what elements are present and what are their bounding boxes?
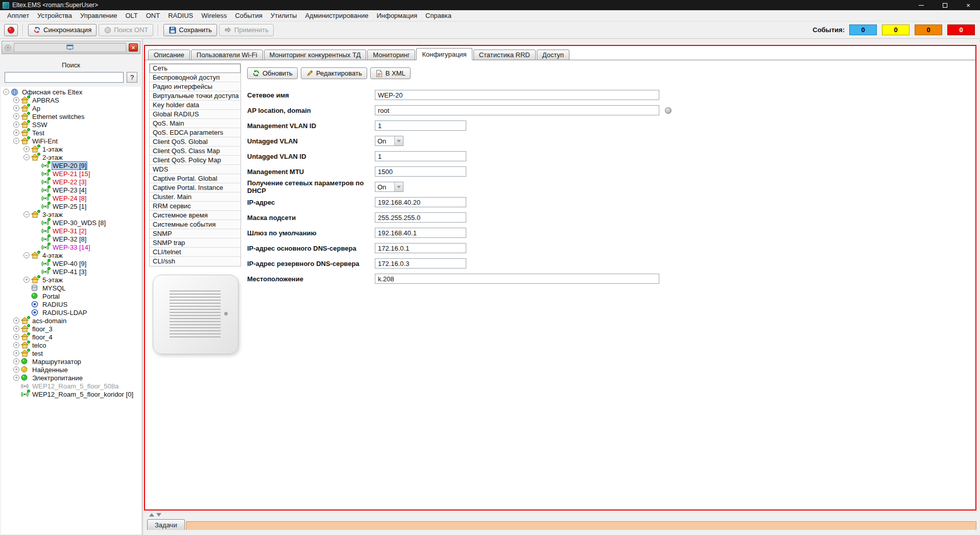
- text-field[interactable]: 172.16.0.3: [375, 258, 466, 269]
- text-field[interactable]: 1: [375, 151, 466, 161]
- tree-node[interactable]: WEP-33 [14]: [1, 243, 141, 251]
- config-section-item[interactable]: QoS. EDCA parameters: [150, 128, 241, 137]
- text-field[interactable]: 1: [375, 120, 466, 131]
- tree-expand-icon[interactable]: +: [13, 375, 19, 381]
- tab-6[interactable]: Доступ: [537, 50, 569, 60]
- menu-item-3[interactable]: OLT: [121, 11, 141, 20]
- tree-expand-icon[interactable]: +: [13, 97, 19, 103]
- menu-item-7[interactable]: События: [231, 11, 267, 20]
- config-section-item[interactable]: Радио интерфейсы: [150, 82, 241, 91]
- toolbar-apply-button[interactable]: Применить: [219, 24, 274, 36]
- menu-item-10[interactable]: Информация: [372, 11, 421, 20]
- text-field[interactable]: root: [375, 105, 659, 115]
- text-field[interactable]: 192.168.40.20: [375, 197, 466, 207]
- config-section-item[interactable]: Captive Portal. Instance: [150, 183, 241, 192]
- config-section-item[interactable]: CLI/telnet: [150, 248, 241, 257]
- panel-knob-icon[interactable]: [4, 44, 11, 51]
- tree-node[interactable]: WEP12_Roam_5_floor_508a: [1, 382, 141, 390]
- tab-2[interactable]: Мониторинг конкурентных ТД: [264, 50, 367, 60]
- tree-node[interactable]: WEP-30_WDS [8]: [1, 218, 141, 227]
- tree-node[interactable]: −4-этаж: [1, 251, 141, 259]
- text-field[interactable]: 255.255.255.0: [375, 212, 466, 223]
- toolbar-sync-button[interactable]: Синхронизация: [28, 24, 97, 36]
- tree-collapse-icon[interactable]: −: [23, 252, 30, 258]
- config-section-item[interactable]: Системные события: [150, 220, 241, 229]
- menu-item-0[interactable]: Апплет: [3, 11, 33, 20]
- action-refresh-button[interactable]: Обновить: [247, 67, 298, 79]
- tree-node[interactable]: +floor_4: [1, 333, 141, 341]
- menu-item-2[interactable]: Управление: [76, 11, 121, 20]
- config-section-item[interactable]: Global RADIUS: [150, 110, 241, 119]
- event-counter-info[interactable]: 0: [849, 25, 877, 35]
- tree-node[interactable]: −3-этаж: [1, 210, 141, 218]
- tab-4[interactable]: Конфигурация: [416, 48, 472, 60]
- tab-0[interactable]: Описание: [148, 50, 190, 60]
- action-edit-button[interactable]: Редактировать: [301, 67, 367, 79]
- tree-node[interactable]: WEP-25 [1]: [1, 202, 141, 210]
- config-section-item[interactable]: Client QoS. Global: [150, 137, 241, 147]
- text-field[interactable]: 1500: [375, 166, 466, 177]
- tree-node[interactable]: WEP-40 [9]: [1, 259, 141, 268]
- event-counter-warning[interactable]: 0: [882, 25, 910, 35]
- event-counter-major[interactable]: 0: [915, 25, 942, 35]
- tree-expand-icon[interactable]: +: [13, 105, 19, 111]
- splitter-up-icon[interactable]: [149, 513, 154, 517]
- search-input[interactable]: [5, 72, 124, 83]
- splitter[interactable]: [144, 512, 976, 518]
- monitor-icon[interactable]: [66, 44, 74, 51]
- tree-expand-icon[interactable]: +: [13, 334, 19, 340]
- config-section-item[interactable]: Client QoS. Policy Map: [150, 156, 241, 165]
- tree-expand-icon[interactable]: +: [13, 367, 19, 373]
- tree-node[interactable]: +APBRAS: [1, 96, 141, 104]
- tree-node[interactable]: +Ap: [1, 104, 141, 112]
- tree-node[interactable]: WEP-22 [3]: [1, 178, 141, 186]
- config-section-item[interactable]: Cluster. Main: [150, 192, 241, 202]
- maximize-button[interactable]: [933, 0, 957, 10]
- chevron-down-icon[interactable]: [394, 136, 403, 145]
- menu-item-11[interactable]: Справка: [421, 11, 456, 20]
- tree-collapse-icon[interactable]: −: [23, 154, 30, 160]
- tree-collapse-icon[interactable]: −: [3, 89, 9, 95]
- tree-expand-icon[interactable]: +: [13, 318, 19, 324]
- menu-item-9[interactable]: Администрирование: [301, 11, 372, 20]
- tree-expand-icon[interactable]: +: [23, 146, 30, 152]
- minimize-button[interactable]: [910, 0, 933, 10]
- text-field[interactable]: WEP-20: [375, 90, 659, 100]
- tree-node[interactable]: +SSW: [1, 120, 141, 129]
- tree-node[interactable]: −2-этаж: [1, 153, 141, 161]
- menu-item-6[interactable]: Wireless: [197, 11, 231, 20]
- tree-expand-icon[interactable]: +: [13, 342, 19, 348]
- tab-3[interactable]: Мониторинг: [367, 50, 415, 60]
- config-section-item[interactable]: Сеть: [150, 64, 241, 73]
- menu-item-1[interactable]: Устройства: [33, 11, 76, 20]
- config-section-item[interactable]: WDS: [150, 165, 241, 174]
- close-button[interactable]: ×: [957, 0, 980, 10]
- config-section-item[interactable]: Captive Portal. Global: [150, 174, 241, 183]
- tree-node[interactable]: WEP-31 [2]: [1, 227, 141, 235]
- tree-expand-icon[interactable]: +: [23, 277, 30, 283]
- tab-tasks[interactable]: Задачи: [147, 519, 185, 530]
- tree-node[interactable]: +Test: [1, 129, 141, 137]
- tree-node[interactable]: +Найденные: [1, 366, 141, 374]
- config-section-item[interactable]: Системное время: [150, 211, 241, 220]
- splitter-down-icon[interactable]: [156, 513, 161, 517]
- select-field[interactable]: On: [375, 182, 403, 192]
- tree-expand-icon[interactable]: +: [13, 130, 19, 136]
- help-button[interactable]: ?: [127, 72, 137, 83]
- tree-node[interactable]: WEP-32 [8]: [1, 235, 141, 243]
- toolbar-alarm-button[interactable]: [4, 24, 18, 36]
- text-field[interactable]: k.208: [375, 274, 659, 284]
- tree-node[interactable]: +Электропитание: [1, 374, 141, 382]
- tree-node[interactable]: WEP-20 [9]: [1, 161, 141, 169]
- config-section-item[interactable]: Client QoS. Class Map: [150, 147, 241, 156]
- tree-expand-icon[interactable]: +: [13, 113, 19, 119]
- menu-item-4[interactable]: ONT: [142, 11, 164, 20]
- config-section-item[interactable]: QoS. Main: [150, 119, 241, 128]
- tree-node[interactable]: +1-этаж: [1, 145, 141, 153]
- panel-close-button[interactable]: ×: [129, 43, 138, 52]
- tree-collapse-icon[interactable]: −: [13, 138, 19, 144]
- chevron-down-icon[interactable]: [394, 182, 403, 191]
- tree-node[interactable]: −Офисная сеть Eltex: [1, 88, 141, 96]
- tree-node[interactable]: WEP-41 [3]: [1, 268, 141, 276]
- tree-expand-icon[interactable]: +: [13, 121, 19, 128]
